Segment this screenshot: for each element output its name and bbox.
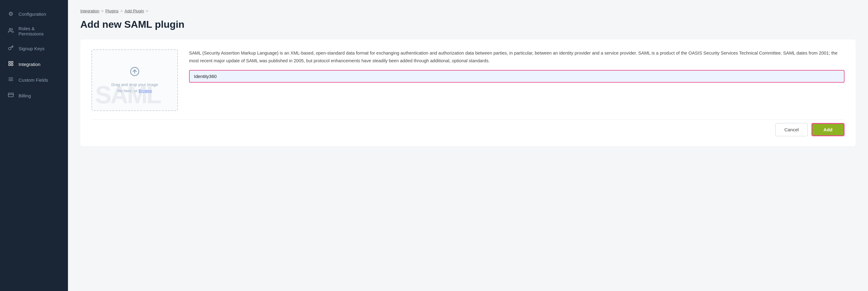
svg-point-0 — [9, 28, 11, 30]
right-panel: SAML (Security Assertion Markup Language… — [189, 49, 844, 83]
breadcrumb-sep-1: > — [101, 9, 103, 13]
upload-icon — [130, 67, 140, 79]
drop-text-line2: file here, or — [117, 88, 137, 93]
plugin-card: SAML Drag and drop your image file here,… — [80, 39, 856, 146]
breadcrumb-sep-3: > — [146, 9, 148, 13]
sidebar-item-label: Roles & Permissions — [19, 26, 61, 36]
custom-fields-icon — [7, 76, 14, 83]
sidebar-item-label: Integration — [19, 62, 40, 67]
breadcrumb-add-plugin[interactable]: Add Plugin — [124, 9, 144, 13]
card-footer: Cancel Add — [91, 120, 844, 136]
page-title: Add new SAML plugin — [80, 19, 856, 30]
sidebar-item-custom-fields[interactable]: Custom Fields — [0, 72, 68, 88]
sidebar: ⚙ Configuration Roles & Permissions Sign… — [0, 0, 68, 291]
sidebar-item-label: Signup Keys — [19, 46, 44, 51]
billing-icon — [7, 92, 14, 99]
breadcrumb: Integration > Plugins > Add Plugin > — [80, 9, 856, 13]
sidebar-item-signup-keys[interactable]: Signup Keys — [0, 41, 68, 57]
key-icon — [7, 45, 14, 52]
sidebar-item-billing[interactable]: Billing — [0, 88, 68, 104]
sidebar-item-label: Custom Fields — [19, 77, 48, 83]
svg-rect-1 — [9, 61, 10, 63]
plugin-name-input[interactable] — [189, 70, 844, 83]
roles-icon — [7, 28, 14, 35]
drop-text-line1: Drag and drop your image — [111, 82, 158, 87]
breadcrumb-integration[interactable]: Integration — [80, 9, 99, 13]
sidebar-item-label: Configuration — [19, 11, 46, 16]
configuration-icon: ⚙ — [7, 10, 14, 17]
svg-rect-2 — [11, 61, 13, 63]
svg-rect-4 — [9, 64, 10, 66]
main-content: Integration > Plugins > Add Plugin > Add… — [68, 0, 868, 291]
breadcrumb-plugins[interactable]: Plugins — [105, 9, 119, 13]
sidebar-item-roles-permissions[interactable]: Roles & Permissions — [0, 22, 68, 41]
integration-icon — [7, 61, 14, 68]
browse-link[interactable]: Browse — [139, 88, 152, 93]
breadcrumb-sep-2: > — [121, 9, 123, 13]
drop-text: Drag and drop your image file here, or B… — [111, 82, 158, 94]
sidebar-item-label: Billing — [19, 93, 31, 98]
add-button[interactable]: Add — [811, 123, 844, 136]
card-content: SAML Drag and drop your image file here,… — [91, 49, 844, 111]
saml-description: SAML (Security Assertion Markup Language… — [189, 49, 844, 65]
cancel-button[interactable]: Cancel — [775, 123, 808, 136]
svg-rect-3 — [11, 64, 13, 66]
sidebar-item-integration[interactable]: Integration — [0, 57, 68, 72]
sidebar-item-configuration[interactable]: ⚙ Configuration — [0, 6, 68, 22]
image-drop-zone[interactable]: SAML Drag and drop your image file here,… — [91, 49, 178, 111]
svg-rect-8 — [8, 93, 13, 97]
